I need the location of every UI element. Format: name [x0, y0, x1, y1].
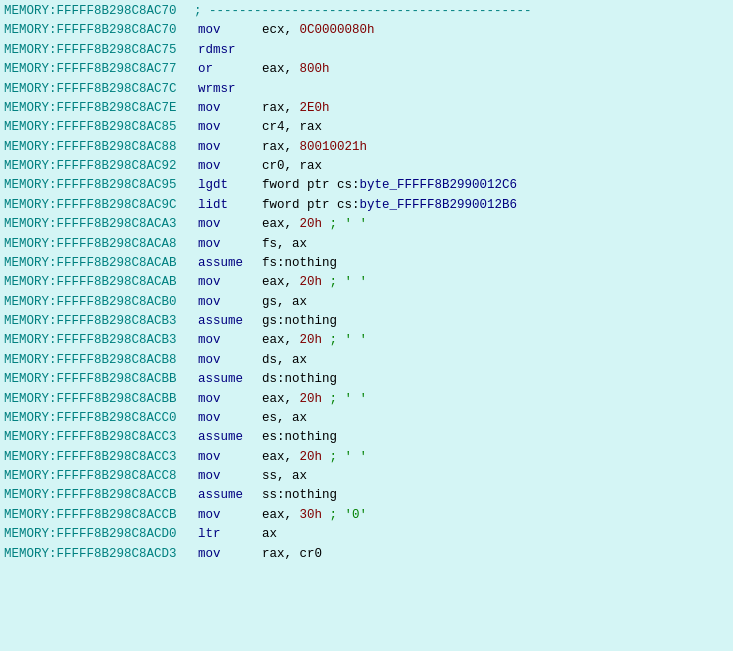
comment: ; ' ' — [322, 392, 367, 406]
table-row: MEMORY:FFFFF8B298C8ACC3moveax, 20h ; ' ' — [4, 448, 729, 467]
address: MEMORY:FFFFF8B298C8ACBB — [4, 390, 194, 409]
operands: eax, 20h ; ' ' — [254, 273, 367, 292]
mnemonic: assume — [194, 370, 254, 389]
table-row: MEMORY:FFFFF8B298C8ACB8movds, ax — [4, 351, 729, 370]
address: MEMORY:FFFFF8B298C8AC77 — [4, 60, 194, 79]
operands — [254, 41, 262, 60]
address: MEMORY:FFFFF8B298C8ACC8 — [4, 467, 194, 486]
mnemonic: mov — [194, 215, 254, 234]
operands: rax, 80010021h — [254, 138, 367, 157]
table-row: MEMORY:FFFFF8B298C8ACB3assumegs:nothing — [4, 312, 729, 331]
address: MEMORY:FFFFF8B298C8AC9C — [4, 196, 194, 215]
mnemonic: assume — [194, 486, 254, 505]
hex-value: 30h — [300, 508, 323, 522]
mnemonic: mov — [194, 99, 254, 118]
address: MEMORY:FFFFF8B298C8ACD3 — [4, 545, 194, 564]
operands: fword ptr cs:byte_FFFFF8B2990012B6 — [254, 196, 517, 215]
comment: ; ' ' — [322, 450, 367, 464]
table-row: MEMORY:FFFFF8B298C8ACD3movrax, cr0 — [4, 545, 729, 564]
mnemonic: mov — [194, 21, 254, 40]
operands: ds:nothing — [254, 370, 337, 389]
hex-value: 80010021h — [300, 140, 368, 154]
operands: ecx, 0C0000080h — [254, 21, 375, 40]
address: MEMORY:FFFFF8B298C8AC92 — [4, 157, 194, 176]
mnemonic: mov — [194, 273, 254, 292]
address: MEMORY:FFFFF8B298C8ACC3 — [4, 428, 194, 447]
operands: gs:nothing — [254, 312, 337, 331]
table-row: MEMORY:FFFFF8B298C8AC9Clidtfword ptr cs:… — [4, 196, 729, 215]
address: MEMORY:FFFFF8B298C8AC70 — [4, 2, 194, 21]
address: MEMORY:FFFFF8B298C8ACC3 — [4, 448, 194, 467]
mnemonic: mov — [194, 351, 254, 370]
mnemonic: mov — [194, 235, 254, 254]
address: MEMORY:FFFFF8B298C8ACAB — [4, 254, 194, 273]
address: MEMORY:FFFFF8B298C8ACCB — [4, 486, 194, 505]
mnemonic: assume — [194, 428, 254, 447]
operands: cr4, rax — [254, 118, 322, 137]
mnemonic: mov — [194, 506, 254, 525]
address: MEMORY:FFFFF8B298C8ACAB — [4, 273, 194, 292]
table-row: MEMORY:FFFFF8B298C8AC75rdmsr — [4, 41, 729, 60]
table-row: MEMORY:FFFFF8B298C8ACBBassumeds:nothing — [4, 370, 729, 389]
address: MEMORY:FFFFF8B298C8AC7E — [4, 99, 194, 118]
table-row: MEMORY:FFFFF8B298C8ACC3assumees:nothing — [4, 428, 729, 447]
mnemonic: or — [194, 60, 254, 79]
hex-value: 0C0000080h — [300, 23, 375, 37]
mnemonic: mov — [194, 409, 254, 428]
table-row: MEMORY:FFFFF8B298C8ACD0ltrax — [4, 525, 729, 544]
address: MEMORY:FFFFF8B298C8ACA8 — [4, 235, 194, 254]
operands: rax, cr0 — [254, 545, 322, 564]
address: MEMORY:FFFFF8B298C8AC7C — [4, 80, 194, 99]
table-row: MEMORY:FFFFF8B298C8ACCBassumess:nothing — [4, 486, 729, 505]
table-row: MEMORY:FFFFF8B298C8AC7Cwrmsr — [4, 80, 729, 99]
operands: eax, 20h ; ' ' — [254, 215, 367, 234]
table-row: MEMORY:FFFFF8B298C8AC70 ; --------------… — [4, 2, 729, 21]
comment: ; ' ' — [322, 333, 367, 347]
operands: cr0, rax — [254, 157, 322, 176]
disasm-view: MEMORY:FFFFF8B298C8AC70 ; --------------… — [0, 0, 733, 651]
mnemonic: lidt — [194, 196, 254, 215]
address: MEMORY:FFFFF8B298C8ACB0 — [4, 293, 194, 312]
operands: es:nothing — [254, 428, 337, 447]
mnemonic: mov — [194, 448, 254, 467]
hex-value: 2E0h — [300, 101, 330, 115]
mnemonic: mov — [194, 545, 254, 564]
comment: ; '0' — [322, 508, 367, 522]
operands: eax, 20h ; ' ' — [254, 331, 367, 350]
mnemonic: mov — [194, 390, 254, 409]
table-row: MEMORY:FFFFF8B298C8AC88movrax, 80010021h — [4, 138, 729, 157]
mnemonic: mov — [194, 293, 254, 312]
table-row: MEMORY:FFFFF8B298C8AC7Emovrax, 2E0h — [4, 99, 729, 118]
table-row: MEMORY:FFFFF8B298C8ACB0movgs, ax — [4, 293, 729, 312]
operands — [254, 80, 262, 99]
hex-value: 20h — [300, 275, 323, 289]
operands: fword ptr cs:byte_FFFFF8B2990012C6 — [254, 176, 517, 195]
comment: ; ' ' — [322, 275, 367, 289]
mnemonic: mov — [194, 118, 254, 137]
table-row: MEMORY:FFFFF8B298C8ACABmoveax, 20h ; ' ' — [4, 273, 729, 292]
comment: ; ' ' — [322, 217, 367, 231]
address: MEMORY:FFFFF8B298C8ACC0 — [4, 409, 194, 428]
operands: fs:nothing — [254, 254, 337, 273]
address: MEMORY:FFFFF8B298C8ACCB — [4, 506, 194, 525]
hex-value: 20h — [300, 217, 323, 231]
address: MEMORY:FFFFF8B298C8AC95 — [4, 176, 194, 195]
table-row: MEMORY:FFFFF8B298C8ACB3moveax, 20h ; ' ' — [4, 331, 729, 350]
table-row: MEMORY:FFFFF8B298C8ACC8movss, ax — [4, 467, 729, 486]
mnemonic: mov — [194, 138, 254, 157]
operands: gs, ax — [254, 293, 307, 312]
address: MEMORY:FFFFF8B298C8AC85 — [4, 118, 194, 137]
mnemonic: wrmsr — [194, 80, 254, 99]
table-row: MEMORY:FFFFF8B298C8AC92movcr0, rax — [4, 157, 729, 176]
operands: eax, 20h ; ' ' — [254, 390, 367, 409]
operands: eax, 800h — [254, 60, 330, 79]
table-row: MEMORY:FFFFF8B298C8ACA3moveax, 20h ; ' ' — [4, 215, 729, 234]
hex-value: 20h — [300, 450, 323, 464]
operands: ss, ax — [254, 467, 307, 486]
table-row: MEMORY:FFFFF8B298C8AC85movcr4, rax — [4, 118, 729, 137]
address: MEMORY:FFFFF8B298C8AC70 — [4, 21, 194, 40]
table-row: MEMORY:FFFFF8B298C8ACBBmoveax, 20h ; ' ' — [4, 390, 729, 409]
hex-value: 800h — [300, 62, 330, 76]
hex-value: 20h — [300, 333, 323, 347]
operands: ax — [254, 525, 277, 544]
